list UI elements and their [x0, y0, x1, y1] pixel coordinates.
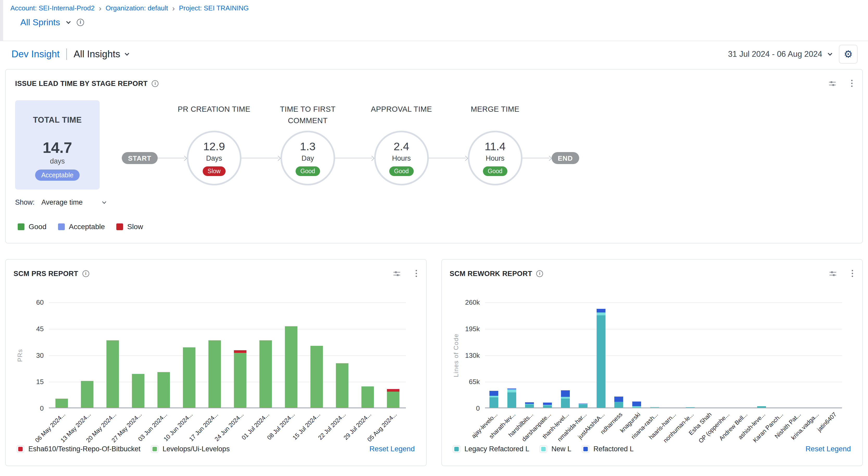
- bar-segment[interactable]: [543, 403, 552, 405]
- y-tick-label: 195k: [465, 325, 480, 333]
- stage-circle[interactable]: 1.3 Day Good: [280, 131, 335, 185]
- chevron-down-icon[interactable]: [102, 200, 106, 204]
- bar-segment[interactable]: [543, 406, 552, 408]
- stage-circle[interactable]: 11.4 Hours Good: [468, 131, 523, 185]
- show-value[interactable]: Average time: [41, 199, 83, 207]
- y-tick-label: 65k: [469, 378, 480, 386]
- stage-approval-time: APPROVAL TIME 2.4 Hours Good: [374, 103, 429, 185]
- date-range-selector[interactable]: 31 Jul 2024 - 06 Aug 2024: [728, 50, 832, 59]
- breadcrumb-project[interactable]: Project: SEI TRAINING: [179, 4, 249, 12]
- bar-slot: [278, 326, 304, 408]
- bar: [234, 350, 246, 408]
- info-icon[interactable]: [536, 270, 543, 277]
- bar-segment[interactable]: [597, 313, 606, 315]
- bar-segment[interactable]: [614, 396, 623, 402]
- bar-segment[interactable]: [525, 405, 534, 408]
- scm-rework-report-panel: SCM REWORK REPORT Lines of Code 260k195k…: [441, 259, 863, 466]
- bar-segment[interactable]: [387, 389, 399, 392]
- bar-segment[interactable]: [614, 402, 623, 408]
- filter-sliders-icon[interactable]: [829, 80, 836, 88]
- stage-circle[interactable]: 2.4 Hours Good: [374, 131, 429, 185]
- status-badge: Acceptable: [35, 170, 80, 181]
- info-icon[interactable]: [152, 80, 158, 87]
- bar-segment[interactable]: [597, 309, 606, 313]
- bar-segment[interactable]: [561, 390, 570, 397]
- bar-segment[interactable]: [310, 346, 323, 408]
- show-dropdown[interactable]: Show: Average time: [15, 199, 106, 207]
- gear-icon: [844, 49, 852, 59]
- bar-segment[interactable]: [234, 350, 246, 353]
- bar-segment[interactable]: [157, 372, 170, 408]
- bar-segment[interactable]: [686, 407, 695, 408]
- dev-insight-link[interactable]: Dev Insight: [11, 49, 60, 60]
- insight-dropdown[interactable]: All Insights: [74, 49, 120, 60]
- kebab-menu-icon[interactable]: [851, 80, 853, 88]
- bar-segment[interactable]: [632, 406, 641, 408]
- chevron-down-icon[interactable]: [125, 51, 129, 56]
- bar-segment[interactable]: [489, 397, 498, 408]
- bar-segment[interactable]: [597, 315, 606, 408]
- bar-segment[interactable]: [336, 363, 348, 408]
- bar: [157, 372, 170, 408]
- bar-segment[interactable]: [632, 401, 641, 407]
- legend-item[interactable]: Refactored L: [582, 445, 634, 453]
- reset-legend-link[interactable]: Reset Legend: [369, 445, 415, 453]
- bar-segment[interactable]: [285, 326, 298, 408]
- bar-segment[interactable]: [234, 353, 246, 408]
- scm-prs-report-panel: SCM PRS REPORT PRs 604530150 06 May 2024…: [5, 259, 427, 466]
- legend-item[interactable]: New L: [540, 445, 571, 453]
- legend-item[interactable]: Levelops/Ui-Levelops: [151, 445, 230, 453]
- bar: [310, 346, 323, 408]
- bar-segment[interactable]: [183, 347, 195, 408]
- bar-segment[interactable]: [507, 389, 516, 393]
- info-icon[interactable]: [83, 270, 89, 277]
- filter-sliders-icon[interactable]: [393, 270, 401, 277]
- bar-segment[interactable]: [132, 374, 145, 408]
- legend-item[interactable]: Legacy Refactored L: [453, 445, 529, 453]
- bar-segment[interactable]: [561, 399, 570, 408]
- chevron-down-icon[interactable]: [66, 19, 71, 24]
- legend-label: New L: [551, 445, 571, 453]
- bar-segment[interactable]: [259, 340, 272, 408]
- bar-segment[interactable]: [579, 405, 588, 408]
- bar-segment[interactable]: [757, 406, 766, 408]
- bar-slot: [646, 407, 663, 408]
- breadcrumb-organization[interactable]: Organization: default: [106, 4, 168, 12]
- total-time-value: 14.7: [43, 139, 72, 156]
- breadcrumb: Account: SEI-Internal-Prod2 › Organizati…: [10, 4, 249, 12]
- flow-arrow: [158, 156, 187, 160]
- reset-legend-link[interactable]: Reset Legend: [806, 445, 851, 453]
- sprint-selector[interactable]: All Sprints: [20, 17, 84, 27]
- bar-chart: Lines of Code 260k195k130k65k0 ajay-leve…: [450, 302, 854, 442]
- flow-arrow: [335, 156, 374, 160]
- bar-segment[interactable]: [106, 340, 119, 408]
- bar-segment[interactable]: [387, 392, 399, 408]
- breadcrumb-account[interactable]: Account: SEI-Internal-Prod2: [10, 4, 95, 12]
- y-tick-label: 15: [36, 378, 44, 386]
- kebab-menu-icon[interactable]: [415, 269, 417, 278]
- panel-title: SCM REWORK REPORT: [450, 270, 532, 278]
- bar-segment[interactable]: [81, 381, 93, 408]
- legend-swatch-color: [541, 447, 546, 451]
- bar-segment[interactable]: [507, 392, 516, 408]
- bar: [209, 340, 221, 408]
- chevron-down-icon[interactable]: [828, 51, 832, 56]
- legend-item: Slow: [116, 222, 143, 231]
- filter-sliders-icon[interactable]: [829, 270, 837, 277]
- legend-item[interactable]: Esha610/Testing-Repo-Of-Bitbucket: [17, 445, 141, 453]
- kebab-menu-icon[interactable]: [851, 269, 854, 278]
- stage-value: 2.4: [394, 140, 409, 153]
- legend-label: Refactored L: [593, 445, 634, 453]
- bar-segment[interactable]: [55, 399, 68, 408]
- stage-circle[interactable]: 12.9 Days Slow: [187, 131, 242, 185]
- stage-pr-creation-time: PR CREATION TIME 12.9 Days Slow: [187, 103, 242, 185]
- settings-button[interactable]: [839, 45, 858, 63]
- bar-segment[interactable]: [209, 340, 221, 408]
- date-range-value[interactable]: 31 Jul 2024 - 06 Aug 2024: [728, 50, 822, 59]
- bar-segment[interactable]: [650, 407, 659, 408]
- bar-segment[interactable]: [489, 391, 498, 396]
- stage-unit: Hours: [392, 154, 411, 162]
- info-icon[interactable]: [77, 19, 84, 26]
- bar-segment[interactable]: [362, 386, 374, 408]
- sprint-selector-label[interactable]: All Sprints: [20, 17, 60, 27]
